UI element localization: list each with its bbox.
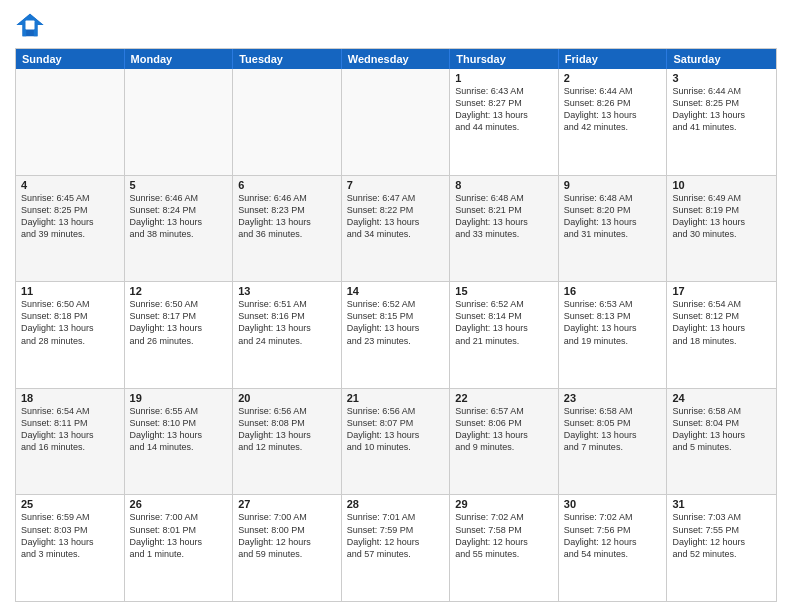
day-cell-4: 4Sunrise: 6:45 AM Sunset: 8:25 PM Daylig…	[16, 176, 125, 282]
day-number: 19	[130, 392, 228, 404]
day-cell-8: 8Sunrise: 6:48 AM Sunset: 8:21 PM Daylig…	[450, 176, 559, 282]
day-cell-6: 6Sunrise: 6:46 AM Sunset: 8:23 PM Daylig…	[233, 176, 342, 282]
day-info: Sunrise: 6:54 AM Sunset: 8:11 PM Dayligh…	[21, 405, 119, 454]
day-cell-20: 20Sunrise: 6:56 AM Sunset: 8:08 PM Dayli…	[233, 389, 342, 495]
day-number: 30	[564, 498, 662, 510]
day-cell-3: 3Sunrise: 6:44 AM Sunset: 8:25 PM Daylig…	[667, 69, 776, 175]
day-cell-25: 25Sunrise: 6:59 AM Sunset: 8:03 PM Dayli…	[16, 495, 125, 601]
day-number: 7	[347, 179, 445, 191]
day-info: Sunrise: 7:02 AM Sunset: 7:56 PM Dayligh…	[564, 511, 662, 560]
day-info: Sunrise: 6:56 AM Sunset: 8:08 PM Dayligh…	[238, 405, 336, 454]
day-info: Sunrise: 6:46 AM Sunset: 8:23 PM Dayligh…	[238, 192, 336, 241]
day-number: 28	[347, 498, 445, 510]
day-number: 1	[455, 72, 553, 84]
day-info: Sunrise: 6:47 AM Sunset: 8:22 PM Dayligh…	[347, 192, 445, 241]
header-day-thursday: Thursday	[450, 49, 559, 69]
header-day-sunday: Sunday	[16, 49, 125, 69]
day-info: Sunrise: 7:03 AM Sunset: 7:55 PM Dayligh…	[672, 511, 771, 560]
day-cell-22: 22Sunrise: 6:57 AM Sunset: 8:06 PM Dayli…	[450, 389, 559, 495]
day-number: 16	[564, 285, 662, 297]
day-info: Sunrise: 6:44 AM Sunset: 8:26 PM Dayligh…	[564, 85, 662, 134]
day-info: Sunrise: 6:50 AM Sunset: 8:18 PM Dayligh…	[21, 298, 119, 347]
day-number: 10	[672, 179, 771, 191]
calendar: SundayMondayTuesdayWednesdayThursdayFrid…	[15, 48, 777, 602]
day-number: 22	[455, 392, 553, 404]
day-cell-18: 18Sunrise: 6:54 AM Sunset: 8:11 PM Dayli…	[16, 389, 125, 495]
day-cell-29: 29Sunrise: 7:02 AM Sunset: 7:58 PM Dayli…	[450, 495, 559, 601]
header-day-saturday: Saturday	[667, 49, 776, 69]
day-number: 25	[21, 498, 119, 510]
day-number: 14	[347, 285, 445, 297]
day-cell-2: 2Sunrise: 6:44 AM Sunset: 8:26 PM Daylig…	[559, 69, 668, 175]
empty-cell-0-2	[233, 69, 342, 175]
day-info: Sunrise: 6:48 AM Sunset: 8:20 PM Dayligh…	[564, 192, 662, 241]
day-cell-13: 13Sunrise: 6:51 AM Sunset: 8:16 PM Dayli…	[233, 282, 342, 388]
day-number: 13	[238, 285, 336, 297]
day-info: Sunrise: 6:58 AM Sunset: 8:05 PM Dayligh…	[564, 405, 662, 454]
header	[15, 10, 777, 40]
day-info: Sunrise: 6:53 AM Sunset: 8:13 PM Dayligh…	[564, 298, 662, 347]
day-info: Sunrise: 6:44 AM Sunset: 8:25 PM Dayligh…	[672, 85, 771, 134]
calendar-row-0: 1Sunrise: 6:43 AM Sunset: 8:27 PM Daylig…	[16, 69, 776, 175]
day-cell-31: 31Sunrise: 7:03 AM Sunset: 7:55 PM Dayli…	[667, 495, 776, 601]
calendar-body: 1Sunrise: 6:43 AM Sunset: 8:27 PM Daylig…	[16, 69, 776, 601]
day-number: 27	[238, 498, 336, 510]
day-info: Sunrise: 6:49 AM Sunset: 8:19 PM Dayligh…	[672, 192, 771, 241]
day-info: Sunrise: 6:55 AM Sunset: 8:10 PM Dayligh…	[130, 405, 228, 454]
day-number: 20	[238, 392, 336, 404]
day-info: Sunrise: 6:50 AM Sunset: 8:17 PM Dayligh…	[130, 298, 228, 347]
day-cell-12: 12Sunrise: 6:50 AM Sunset: 8:17 PM Dayli…	[125, 282, 234, 388]
day-number: 18	[21, 392, 119, 404]
calendar-row-4: 25Sunrise: 6:59 AM Sunset: 8:03 PM Dayli…	[16, 494, 776, 601]
day-cell-5: 5Sunrise: 6:46 AM Sunset: 8:24 PM Daylig…	[125, 176, 234, 282]
day-cell-27: 27Sunrise: 7:00 AM Sunset: 8:00 PM Dayli…	[233, 495, 342, 601]
day-cell-21: 21Sunrise: 6:56 AM Sunset: 8:07 PM Dayli…	[342, 389, 451, 495]
day-number: 21	[347, 392, 445, 404]
calendar-row-3: 18Sunrise: 6:54 AM Sunset: 8:11 PM Dayli…	[16, 388, 776, 495]
day-number: 29	[455, 498, 553, 510]
day-cell-10: 10Sunrise: 6:49 AM Sunset: 8:19 PM Dayli…	[667, 176, 776, 282]
header-day-friday: Friday	[559, 49, 668, 69]
day-number: 31	[672, 498, 771, 510]
day-cell-1: 1Sunrise: 6:43 AM Sunset: 8:27 PM Daylig…	[450, 69, 559, 175]
day-number: 4	[21, 179, 119, 191]
day-info: Sunrise: 6:54 AM Sunset: 8:12 PM Dayligh…	[672, 298, 771, 347]
day-cell-7: 7Sunrise: 6:47 AM Sunset: 8:22 PM Daylig…	[342, 176, 451, 282]
day-cell-11: 11Sunrise: 6:50 AM Sunset: 8:18 PM Dayli…	[16, 282, 125, 388]
day-cell-19: 19Sunrise: 6:55 AM Sunset: 8:10 PM Dayli…	[125, 389, 234, 495]
day-info: Sunrise: 6:52 AM Sunset: 8:15 PM Dayligh…	[347, 298, 445, 347]
day-number: 23	[564, 392, 662, 404]
day-cell-23: 23Sunrise: 6:58 AM Sunset: 8:05 PM Dayli…	[559, 389, 668, 495]
day-info: Sunrise: 6:58 AM Sunset: 8:04 PM Dayligh…	[672, 405, 771, 454]
day-number: 11	[21, 285, 119, 297]
day-cell-17: 17Sunrise: 6:54 AM Sunset: 8:12 PM Dayli…	[667, 282, 776, 388]
day-number: 5	[130, 179, 228, 191]
day-number: 24	[672, 392, 771, 404]
empty-cell-0-0	[16, 69, 125, 175]
svg-rect-2	[26, 21, 35, 30]
page: SundayMondayTuesdayWednesdayThursdayFrid…	[0, 0, 792, 612]
day-number: 12	[130, 285, 228, 297]
day-cell-14: 14Sunrise: 6:52 AM Sunset: 8:15 PM Dayli…	[342, 282, 451, 388]
day-cell-26: 26Sunrise: 7:00 AM Sunset: 8:01 PM Dayli…	[125, 495, 234, 601]
day-info: Sunrise: 7:02 AM Sunset: 7:58 PM Dayligh…	[455, 511, 553, 560]
day-cell-30: 30Sunrise: 7:02 AM Sunset: 7:56 PM Dayli…	[559, 495, 668, 601]
day-info: Sunrise: 6:52 AM Sunset: 8:14 PM Dayligh…	[455, 298, 553, 347]
day-info: Sunrise: 6:43 AM Sunset: 8:27 PM Dayligh…	[455, 85, 553, 134]
header-day-tuesday: Tuesday	[233, 49, 342, 69]
day-cell-15: 15Sunrise: 6:52 AM Sunset: 8:14 PM Dayli…	[450, 282, 559, 388]
day-number: 9	[564, 179, 662, 191]
day-number: 17	[672, 285, 771, 297]
logo	[15, 10, 49, 40]
day-info: Sunrise: 7:00 AM Sunset: 8:01 PM Dayligh…	[130, 511, 228, 560]
day-info: Sunrise: 7:00 AM Sunset: 8:00 PM Dayligh…	[238, 511, 336, 560]
day-cell-24: 24Sunrise: 6:58 AM Sunset: 8:04 PM Dayli…	[667, 389, 776, 495]
day-number: 8	[455, 179, 553, 191]
header-day-wednesday: Wednesday	[342, 49, 451, 69]
day-number: 2	[564, 72, 662, 84]
day-cell-9: 9Sunrise: 6:48 AM Sunset: 8:20 PM Daylig…	[559, 176, 668, 282]
day-info: Sunrise: 6:59 AM Sunset: 8:03 PM Dayligh…	[21, 511, 119, 560]
day-info: Sunrise: 6:46 AM Sunset: 8:24 PM Dayligh…	[130, 192, 228, 241]
header-day-monday: Monday	[125, 49, 234, 69]
day-info: Sunrise: 6:48 AM Sunset: 8:21 PM Dayligh…	[455, 192, 553, 241]
